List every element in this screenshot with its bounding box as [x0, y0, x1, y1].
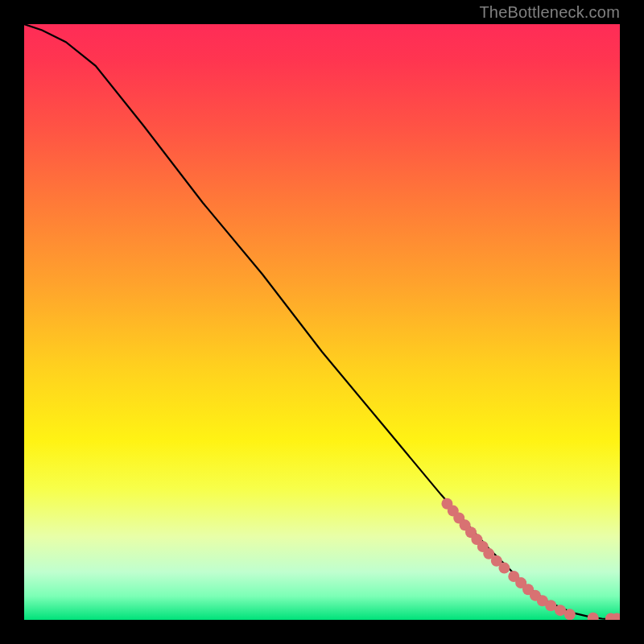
highlight-point — [545, 600, 556, 611]
bottleneck-curve — [24, 24, 620, 619]
chart-frame: TheBottleneck.com — [0, 0, 644, 644]
chart-svg-layer — [24, 24, 620, 620]
highlight-point — [588, 613, 599, 620]
plot-area — [24, 24, 620, 620]
watermark-text: TheBottleneck.com — [479, 3, 620, 22]
highlight-point — [564, 609, 576, 620]
highlight-point — [498, 563, 510, 574]
highlighted-points-group — [441, 498, 620, 620]
